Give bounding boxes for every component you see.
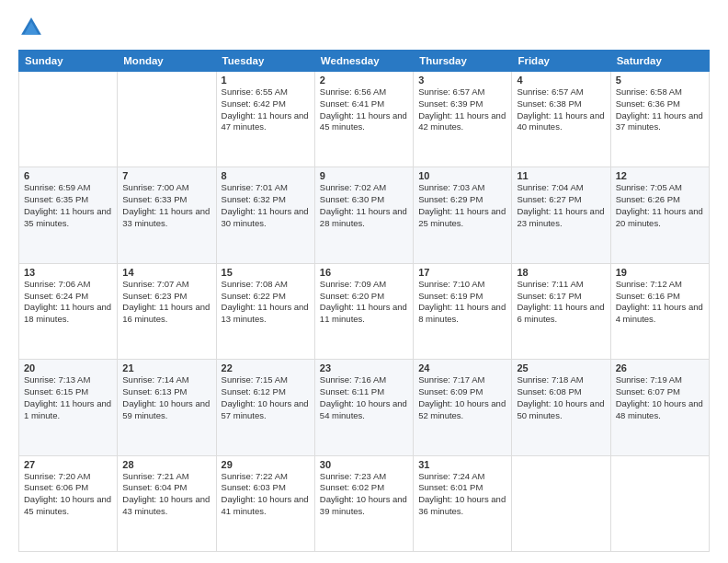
week-row-3: 13Sunrise: 7:06 AMSunset: 6:24 PMDayligh… xyxy=(19,263,710,359)
day-number: 7 xyxy=(122,170,210,181)
calendar-cell: 11Sunrise: 7:04 AMSunset: 6:27 PMDayligh… xyxy=(512,167,610,263)
cell-line: Sunrise: 7:22 AM xyxy=(222,471,310,483)
cell-content: Sunrise: 7:24 AMSunset: 6:01 PMDaylight:… xyxy=(418,471,506,518)
cell-line: Daylight: 10 hours and 48 minutes. xyxy=(616,398,704,422)
cell-line: Sunrise: 7:20 AM xyxy=(24,471,112,483)
calendar-cell xyxy=(19,72,118,167)
day-number: 23 xyxy=(320,362,408,373)
cell-content: Sunrise: 7:19 AMSunset: 6:07 PMDaylight:… xyxy=(616,374,704,421)
dow-header-monday: Monday xyxy=(118,51,216,72)
cell-content: Sunrise: 6:58 AMSunset: 6:36 PMDaylight:… xyxy=(616,86,704,133)
cell-content: Sunrise: 7:20 AMSunset: 6:06 PMDaylight:… xyxy=(24,471,112,518)
cell-line: Daylight: 11 hours and 13 minutes. xyxy=(222,302,310,326)
day-number: 14 xyxy=(122,267,210,278)
cell-line: Sunrise: 7:10 AM xyxy=(418,279,506,291)
day-number: 10 xyxy=(418,170,506,181)
cell-content: Sunrise: 7:16 AMSunset: 6:11 PMDaylight:… xyxy=(320,374,408,421)
day-number: 18 xyxy=(517,267,605,278)
cell-line: Daylight: 11 hours and 47 minutes. xyxy=(222,110,310,134)
cell-line: Sunset: 6:08 PM xyxy=(517,386,605,398)
calendar-cell: 17Sunrise: 7:10 AMSunset: 6:19 PMDayligh… xyxy=(414,263,512,359)
cell-line: Daylight: 11 hours and 1 minute. xyxy=(24,398,112,422)
cell-line: Sunset: 6:16 PM xyxy=(616,291,704,303)
cell-line: Sunset: 6:38 PM xyxy=(517,98,605,110)
cell-line: Sunset: 6:09 PM xyxy=(418,386,506,398)
day-number: 29 xyxy=(222,459,310,470)
cell-content: Sunrise: 6:59 AMSunset: 6:35 PMDaylight:… xyxy=(24,182,112,229)
cell-line: Sunrise: 6:55 AM xyxy=(222,86,310,98)
cell-line: Sunset: 6:15 PM xyxy=(24,386,112,398)
cell-line: Sunrise: 7:15 AM xyxy=(222,374,310,386)
day-number: 13 xyxy=(24,267,112,278)
day-number: 20 xyxy=(24,362,112,373)
day-number: 30 xyxy=(320,459,408,470)
cell-line: Sunrise: 7:04 AM xyxy=(517,182,605,194)
calendar-cell: 13Sunrise: 7:06 AMSunset: 6:24 PMDayligh… xyxy=(19,263,118,359)
cell-content: Sunrise: 7:00 AMSunset: 6:33 PMDaylight:… xyxy=(122,182,210,229)
calendar-cell: 24Sunrise: 7:17 AMSunset: 6:09 PMDayligh… xyxy=(414,360,512,455)
cell-content: Sunrise: 6:56 AMSunset: 6:41 PMDaylight:… xyxy=(320,86,408,133)
calendar-cell: 1Sunrise: 6:55 AMSunset: 6:42 PMDaylight… xyxy=(216,72,314,167)
calendar-cell: 5Sunrise: 6:58 AMSunset: 6:36 PMDaylight… xyxy=(610,72,709,167)
calendar-cell: 20Sunrise: 7:13 AMSunset: 6:15 PMDayligh… xyxy=(19,360,118,455)
cell-line: Daylight: 10 hours and 36 minutes. xyxy=(418,494,506,518)
day-number: 2 xyxy=(320,75,408,86)
cell-line: Sunrise: 7:19 AM xyxy=(616,374,704,386)
cell-line: Sunrise: 6:57 AM xyxy=(418,86,506,98)
cell-line: Daylight: 11 hours and 6 minutes. xyxy=(517,302,605,326)
calendar-cell: 3Sunrise: 6:57 AMSunset: 6:39 PMDaylight… xyxy=(414,72,512,167)
cell-content: Sunrise: 7:02 AMSunset: 6:30 PMDaylight:… xyxy=(320,182,408,229)
page: SundayMondayTuesdayWednesdayThursdayFrid… xyxy=(0,0,728,563)
calendar-cell: 14Sunrise: 7:07 AMSunset: 6:23 PMDayligh… xyxy=(118,263,216,359)
cell-content: Sunrise: 7:22 AMSunset: 6:03 PMDaylight:… xyxy=(222,471,310,518)
calendar-cell: 29Sunrise: 7:22 AMSunset: 6:03 PMDayligh… xyxy=(216,455,314,551)
cell-line: Daylight: 10 hours and 59 minutes. xyxy=(122,398,210,422)
cell-line: Sunrise: 7:17 AM xyxy=(418,374,506,386)
cell-line: Sunrise: 6:58 AM xyxy=(616,86,704,98)
cell-content: Sunrise: 7:01 AMSunset: 6:32 PMDaylight:… xyxy=(222,182,310,229)
dow-header-thursday: Thursday xyxy=(414,51,512,72)
cell-line: Sunset: 6:33 PM xyxy=(122,194,210,206)
cell-line: Sunrise: 7:07 AM xyxy=(122,279,210,291)
calendar-cell: 9Sunrise: 7:02 AMSunset: 6:30 PMDaylight… xyxy=(314,167,413,263)
cell-line: Daylight: 10 hours and 57 minutes. xyxy=(222,398,310,422)
dow-header-sunday: Sunday xyxy=(19,51,118,72)
cell-line: Daylight: 10 hours and 43 minutes. xyxy=(122,494,210,518)
calendar-cell: 19Sunrise: 7:12 AMSunset: 6:16 PMDayligh… xyxy=(610,263,709,359)
cell-content: Sunrise: 7:10 AMSunset: 6:19 PMDaylight:… xyxy=(418,279,506,326)
cell-line: Sunset: 6:01 PM xyxy=(418,482,506,494)
cell-line: Sunrise: 7:05 AM xyxy=(616,182,704,194)
calendar-cell: 26Sunrise: 7:19 AMSunset: 6:07 PMDayligh… xyxy=(610,360,709,455)
cell-line: Sunrise: 7:01 AM xyxy=(222,182,310,194)
calendar-cell: 4Sunrise: 6:57 AMSunset: 6:38 PMDaylight… xyxy=(512,72,610,167)
cell-line: Sunset: 6:06 PM xyxy=(24,482,112,494)
day-number: 16 xyxy=(320,267,408,278)
cell-content: Sunrise: 7:05 AMSunset: 6:26 PMDaylight:… xyxy=(616,182,704,229)
day-number: 15 xyxy=(222,267,310,278)
cell-line: Sunset: 6:04 PM xyxy=(122,482,210,494)
cell-line: Sunset: 6:41 PM xyxy=(320,98,408,110)
cell-line: Sunrise: 7:24 AM xyxy=(418,471,506,483)
week-row-5: 27Sunrise: 7:20 AMSunset: 6:06 PMDayligh… xyxy=(19,455,710,551)
day-number: 21 xyxy=(122,362,210,373)
cell-line: Sunrise: 7:09 AM xyxy=(320,279,408,291)
cell-line: Sunrise: 7:03 AM xyxy=(418,182,506,194)
cell-line: Daylight: 11 hours and 42 minutes. xyxy=(418,110,506,134)
day-number: 22 xyxy=(222,362,310,373)
cell-content: Sunrise: 6:55 AMSunset: 6:42 PMDaylight:… xyxy=(222,86,310,133)
day-number: 25 xyxy=(517,362,605,373)
cell-line: Daylight: 11 hours and 23 minutes. xyxy=(517,206,605,230)
cell-line: Sunrise: 7:00 AM xyxy=(122,182,210,194)
cell-line: Sunrise: 6:57 AM xyxy=(517,86,605,98)
day-number: 24 xyxy=(418,362,506,373)
cell-line: Sunset: 6:26 PM xyxy=(616,194,704,206)
cell-line: Daylight: 11 hours and 40 minutes. xyxy=(517,110,605,134)
day-number: 5 xyxy=(616,75,704,86)
day-number: 17 xyxy=(418,267,506,278)
calendar-cell: 12Sunrise: 7:05 AMSunset: 6:26 PMDayligh… xyxy=(610,167,709,263)
day-number: 31 xyxy=(418,459,506,470)
day-number: 19 xyxy=(616,267,704,278)
cell-line: Daylight: 11 hours and 18 minutes. xyxy=(24,302,112,326)
day-number: 12 xyxy=(616,170,704,181)
cell-line: Sunset: 6:27 PM xyxy=(517,194,605,206)
